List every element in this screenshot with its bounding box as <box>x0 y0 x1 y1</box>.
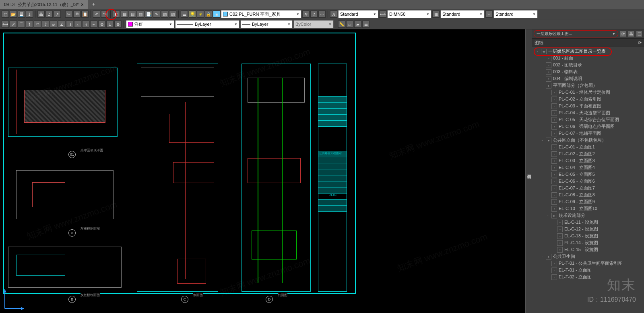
tool-palette-icon[interactable]: ▨ <box>169 10 176 18</box>
dim-diam-icon[interactable]: ⌀ <box>50 21 57 28</box>
layer-iso-icon[interactable]: ≋ <box>302 10 310 18</box>
tree-node[interactable]: ▫EL-C-11 - 设施图 <box>532 219 644 226</box>
calc-icon[interactable]: ▧ <box>161 10 168 18</box>
paste-icon[interactable]: 📋 <box>81 10 89 18</box>
sheet-tree[interactable]: - ◈ 一层娱乐区竣工图目录一览表 ▫001 - 封面▫002 - 图纸目录▫0… <box>532 47 644 313</box>
layer-lock-icon[interactable]: 🔒 <box>205 10 212 18</box>
dim-baseline-icon[interactable]: ⫠ <box>74 21 81 28</box>
dim-break-icon[interactable]: ⊘ <box>98 21 105 28</box>
copy-icon[interactable]: ⧉ <box>73 10 80 18</box>
sheet-set-selector[interactable]: 一层娱乐区竣工图... ▼ <box>534 30 618 37</box>
tree-node[interactable]: ▫EL-T-01 - 立面图 <box>532 267 644 274</box>
tree-node[interactable]: ▫EL-C-15 - 设施图 <box>532 246 644 253</box>
area-icon[interactable]: ▱ <box>346 21 353 28</box>
tree-node[interactable]: ▫EL-C-10 - 立面图10 <box>532 205 644 212</box>
tree-node[interactable]: ▫PL-T-01 - 公共卫生间平面索引图 <box>532 260 644 267</box>
mlstyle-icon[interactable]: 〰 <box>485 10 493 18</box>
tree-node[interactable]: ▫PL-C-01 - 墙体尺寸定位图 <box>532 89 644 96</box>
sheet-set-icon[interactable]: 📑 <box>145 10 152 18</box>
tree-node[interactable]: ▫PL-C-06 - 强弱电点位平面图 <box>532 123 644 130</box>
saveas-icon[interactable]: ⤓ <box>26 10 33 18</box>
tree-node[interactable]: ▫EL-C-05 - 立面图5 <box>532 171 644 178</box>
tree-node[interactable]: -▸娱乐设施部分 <box>532 212 644 219</box>
layer-prop-icon[interactable]: ☰ <box>181 10 188 18</box>
mlstyle-combo[interactable]: Standard▼ <box>493 10 538 18</box>
textstyle-combo[interactable]: Standard▼ <box>338 10 378 18</box>
tree-node[interactable]: ▫EL-C-12 - 设施图 <box>532 226 644 233</box>
lineweight-combo[interactable]: ByLayer▼ <box>240 20 293 28</box>
publish-icon[interactable]: 🖶 <box>628 31 634 37</box>
save-icon[interactable]: 💾 <box>18 10 25 18</box>
reload-icon[interactable]: ⟳ <box>638 40 642 45</box>
tree-node[interactable]: ▫EL-T-02 - 立面图 <box>532 274 644 280</box>
region-icon[interactable]: ▰ <box>354 21 361 28</box>
tree-node[interactable]: ▫002 - 图纸目录 <box>532 62 644 68</box>
tree-node[interactable]: ▫EL-C-03 - 立面图3 <box>532 157 644 164</box>
tablestyle-combo[interactable]: Standard▼ <box>440 10 485 18</box>
tree-node[interactable]: ▫EL-C-06 - 立面图6 <box>532 178 644 185</box>
tree-node[interactable]: ▫EL-C-02 - 立面图2 <box>532 150 644 157</box>
tree-node[interactable]: -▸公共区立面（不包括包厢） <box>532 137 644 144</box>
tree-twisty-icon[interactable]: - <box>540 84 544 88</box>
dim-space-icon[interactable]: ⫟ <box>90 21 97 28</box>
tree-node[interactable]: ▫003 - 物料表 <box>532 68 644 75</box>
tree-node[interactable]: -▸平面图部分（含包厢） <box>532 82 644 89</box>
dim-continue-icon[interactable]: ⫞ <box>82 21 89 28</box>
tree-node[interactable]: ▫EL-C-04 - 立面图4 <box>532 164 644 171</box>
dim-tol-icon[interactable]: ± <box>106 21 114 28</box>
layer-more-icon[interactable]: ⋯ <box>318 10 326 18</box>
tree-root[interactable]: - ◈ 一层娱乐区竣工图目录一览表 <box>532 48 644 55</box>
tree-twisty-icon[interactable]: - <box>540 255 544 259</box>
dim-linear-icon[interactable]: ⟷ <box>2 21 9 28</box>
tree-node[interactable]: ▫EL-C-09 - 立面图9 <box>532 198 644 205</box>
layer-combo[interactable]: C02 PL_FURN 平面_家具 ▼ <box>221 10 301 18</box>
new-tab-button[interactable]: ＋ <box>88 0 99 9</box>
tree-node[interactable]: ▫EL-C-13 - 设施图 <box>532 233 644 239</box>
model-space-canvas[interactable]: 桌球区吊顶详图 01 灰板模制面图 A 灰板模制面图 B 剖面图 C 剖面图 D <box>0 29 525 313</box>
tree-node[interactable]: ▫PL-C-02 - 立面索引图 <box>532 96 644 103</box>
cut-icon[interactable]: ✂ <box>65 10 72 18</box>
block-icon[interactable]: ▦ <box>121 10 128 18</box>
layer-prev-icon[interactable]: ↺ <box>310 10 318 18</box>
list-icon[interactable]: ☷ <box>362 21 369 28</box>
open-icon[interactable]: 📂 <box>10 10 17 18</box>
preview-icon[interactable]: 🗋 <box>45 10 53 18</box>
tree-node[interactable]: ▫PL-C-07 - 地铺平面图 <box>532 130 644 137</box>
side-tab-sheet-list[interactable]: 图纸列表 <box>526 29 532 313</box>
undo-icon[interactable]: ↶ <box>93 10 100 18</box>
dim-center-icon[interactable]: ⊕ <box>114 21 122 28</box>
tree-node[interactable]: ▫EL-C-07 - 立面图7 <box>532 185 644 192</box>
tree-node[interactable]: ▫EL-C-01 - 立面图1 <box>532 144 644 150</box>
dimstyle-combo[interactable]: DIMN50▼ <box>387 10 431 18</box>
tree-node[interactable]: ▫EL-C-08 - 立面图8 <box>532 192 644 198</box>
close-icon[interactable]: × <box>81 2 83 7</box>
publish-icon[interactable]: ↗ <box>54 10 61 18</box>
layer-state-icon[interactable]: 💡 <box>189 10 196 18</box>
tree-node[interactable]: -▸公共卫生间 <box>532 253 644 260</box>
tree-node[interactable]: ▫PL-C-05 - 天花综合点位平面图 <box>532 116 644 123</box>
dim-radius-icon[interactable]: ◠ <box>34 21 41 28</box>
dim-ordinate-icon[interactable]: ⤒ <box>26 21 33 28</box>
tree-twisty-icon[interactable]: - <box>546 214 550 218</box>
refresh-icon[interactable]: ⟳ <box>620 31 626 37</box>
design-center-icon[interactable]: ▤ <box>129 10 136 18</box>
dim-arc-icon[interactable]: ⌒ <box>18 21 25 28</box>
layer-color-icon[interactable]: ■ <box>213 10 220 18</box>
properties-icon[interactable]: ▥ <box>137 10 144 18</box>
dim-quick-icon[interactable]: ⇉ <box>66 21 73 28</box>
tree-node[interactable]: ▫001 - 封面 <box>532 55 644 62</box>
print-icon[interactable]: 🖶 <box>37 10 45 18</box>
tree-node[interactable]: ▫PL-C-03 - 平面布置图 <box>532 103 644 109</box>
tree-node[interactable]: ▫004 - 编制说明 <box>532 75 644 82</box>
dimstyle-icon[interactable]: ⟷ <box>379 10 386 18</box>
tablestyle-icon[interactable]: ▦ <box>432 10 440 18</box>
layer-freeze-icon[interactable]: ☀ <box>197 10 204 18</box>
markup-icon[interactable]: ✎ <box>153 10 160 18</box>
dim-jog-icon[interactable]: ⤴ <box>42 21 49 28</box>
color-combo[interactable]: 洋红▼ <box>126 20 174 28</box>
document-tab[interactable]: 09-DT-公共节点2015.12.11（改）_t3* × <box>0 0 88 9</box>
dist-icon[interactable]: 📏 <box>338 21 345 28</box>
dim-angular-icon[interactable]: ∠ <box>58 21 65 28</box>
tree-node[interactable]: ▫EL-C-14 - 设施图 <box>532 239 644 246</box>
tree-twisty-icon[interactable]: - <box>540 138 544 142</box>
